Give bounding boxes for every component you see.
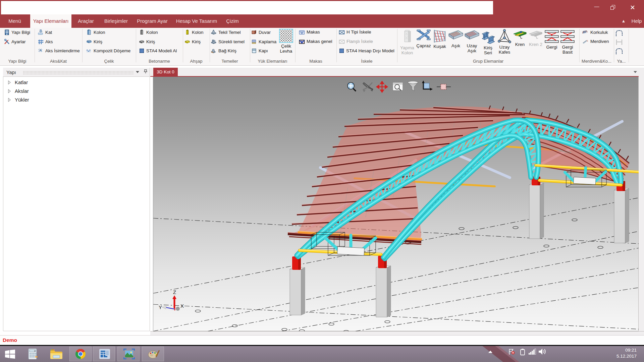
svg-text:A: A xyxy=(40,49,42,52)
svg-text:X: X xyxy=(180,303,184,309)
svg-text:Z: Z xyxy=(173,289,176,295)
svg-text:0: 0 xyxy=(34,350,36,352)
svg-text:Y: Y xyxy=(159,304,162,310)
